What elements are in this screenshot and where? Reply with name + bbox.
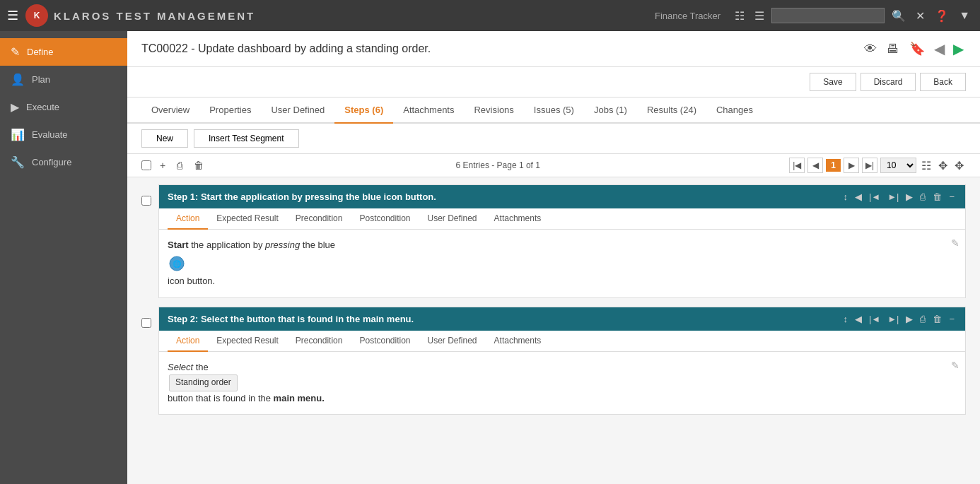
user-icon[interactable]: ▼ bbox=[956, 8, 973, 23]
grid-icon[interactable]: ☷ bbox=[732, 8, 747, 24]
navbar-right: Finance Tracker ☷ ☰ 🔍 ✕ ❓ ▼ bbox=[655, 8, 973, 24]
expand-view-icon[interactable]: ✥ bbox=[936, 158, 950, 173]
step-1-tab-action[interactable]: Action bbox=[168, 208, 208, 230]
logo-icon: K bbox=[25, 4, 48, 27]
step-2-tab-expected[interactable]: Expected Result bbox=[208, 331, 286, 352]
hamburger-menu-icon[interactable]: ☰ bbox=[7, 8, 18, 23]
tab-changes[interactable]: Changes bbox=[706, 98, 763, 124]
tabs-bar: Overview Properties User Defined Steps (… bbox=[127, 98, 980, 124]
prev-page-button[interactable]: ◀ bbox=[807, 158, 823, 173]
step-2-content: Select the Standing order button that is… bbox=[168, 360, 957, 406]
per-page-select[interactable]: 10 25 50 100 bbox=[880, 158, 916, 173]
grid-view-icon[interactable]: ☷ bbox=[919, 158, 933, 173]
sidebar: ✎ Define 👤 Plan ▶ Execute 📊 Evaluate 🔧 C… bbox=[0, 31, 127, 484]
clear-search-icon[interactable]: ✕ bbox=[913, 8, 928, 24]
tab-user-defined[interactable]: User Defined bbox=[261, 98, 334, 124]
step-2-prev-icon[interactable]: ◀ bbox=[853, 313, 864, 325]
first-page-button[interactable]: |◀ bbox=[789, 158, 805, 173]
copy-row-icon[interactable]: ⎙ bbox=[174, 158, 185, 172]
main-layout: ✎ Define 👤 Plan ▶ Execute 📊 Evaluate 🔧 C… bbox=[0, 31, 980, 484]
step-1-prev-icon[interactable]: ◀ bbox=[853, 191, 864, 203]
step-1-tab-expected[interactable]: Expected Result bbox=[208, 208, 286, 230]
step-1-first-icon[interactable]: |◄ bbox=[867, 191, 882, 203]
step-1-card: Step 1: Start the application by pressin… bbox=[158, 184, 966, 298]
content-area: TC00022 - Update dashboard by adding a s… bbox=[127, 31, 980, 484]
bookmark-icon[interactable]: 🔖 bbox=[906, 40, 928, 58]
step-2-next-icon[interactable]: ▶ bbox=[904, 313, 915, 325]
step-1-tab-user-defined[interactable]: User Defined bbox=[419, 208, 486, 230]
add-row-icon[interactable]: + bbox=[157, 158, 168, 172]
search-input[interactable] bbox=[771, 8, 885, 23]
new-step-button[interactable]: New bbox=[141, 129, 188, 148]
insert-test-segment-button[interactable]: Insert Test Segment bbox=[194, 129, 299, 148]
entries-info: 6 Entries - Page 1 of 1 bbox=[206, 160, 789, 170]
sidebar-item-configure[interactable]: 🔧 Configure bbox=[0, 148, 127, 176]
discard-button[interactable]: Discard bbox=[861, 73, 916, 91]
step-1-tab-attachments[interactable]: Attachments bbox=[486, 208, 550, 230]
step-2-tab-postcondition[interactable]: Postcondition bbox=[351, 331, 419, 352]
back-button[interactable]: Back bbox=[920, 73, 966, 91]
step-1-move-icon[interactable]: ↕ bbox=[841, 191, 850, 203]
current-page-badge: 1 bbox=[826, 159, 841, 172]
step-2-header-actions: ↕ ◀ |◄ ►| ▶ ⎙ 🗑 − bbox=[841, 313, 957, 325]
step-2-checkbox[interactable] bbox=[141, 318, 151, 328]
tab-attachments[interactable]: Attachments bbox=[393, 98, 464, 124]
step-2-row: Step 2: Select the button that is found … bbox=[141, 307, 966, 424]
step-1-edit-icon[interactable]: ✎ bbox=[951, 235, 959, 251]
save-button[interactable]: Save bbox=[810, 73, 856, 91]
step-2-move-icon[interactable]: ↕ bbox=[841, 313, 850, 325]
sidebar-item-label: Define bbox=[27, 47, 54, 57]
fullscreen-view-icon[interactable]: ✥ bbox=[952, 158, 966, 173]
step-1-last-icon[interactable]: ►| bbox=[885, 191, 901, 203]
step-1-delete-icon[interactable]: 🗑 bbox=[931, 191, 944, 203]
list-icon[interactable]: ☰ bbox=[752, 8, 767, 24]
help-icon[interactable]: ❓ bbox=[932, 8, 952, 24]
step-2-tabs: Action Expected Result Precondition Post… bbox=[159, 331, 965, 352]
search-icon[interactable]: 🔍 bbox=[889, 8, 909, 24]
step-1-next-icon[interactable]: ▶ bbox=[904, 191, 915, 203]
sidebar-item-execute[interactable]: ▶ Execute bbox=[0, 93, 127, 121]
eye-icon[interactable]: 👁 bbox=[861, 40, 880, 58]
step-2-delete-icon[interactable]: 🗑 bbox=[931, 313, 944, 325]
step-1-content: Start the application by pressing the bl… bbox=[168, 238, 957, 289]
tab-results[interactable]: Results (24) bbox=[637, 98, 706, 124]
tab-steps[interactable]: Steps (6) bbox=[334, 98, 393, 124]
step-2-copy-icon[interactable]: ⎙ bbox=[918, 313, 928, 325]
delete-row-icon[interactable]: 🗑 bbox=[191, 158, 206, 172]
next-page-button[interactable]: ▶ bbox=[844, 158, 859, 173]
sidebar-item-plan[interactable]: 👤 Plan bbox=[0, 66, 127, 93]
sidebar-item-evaluate[interactable]: 📊 Evaluate bbox=[0, 121, 127, 148]
step-2-body: ✎ Select the Standing order button that … bbox=[159, 352, 965, 415]
step-2-edit-icon[interactable]: ✎ bbox=[951, 358, 959, 373]
step-2-tab-action[interactable]: Action bbox=[168, 331, 208, 352]
step-2-first-icon[interactable]: |◄ bbox=[867, 313, 882, 325]
step-2-collapse-icon[interactable]: − bbox=[947, 313, 957, 325]
step-1-collapse-icon[interactable]: − bbox=[947, 191, 957, 203]
tab-jobs[interactable]: Jobs (1) bbox=[584, 98, 637, 124]
select-all-checkbox[interactable] bbox=[141, 160, 151, 170]
tab-issues[interactable]: Issues (5) bbox=[524, 98, 584, 124]
tab-properties[interactable]: Properties bbox=[199, 98, 261, 124]
step-2-tab-user-defined[interactable]: User Defined bbox=[419, 331, 486, 352]
step-2-last-icon[interactable]: ►| bbox=[885, 313, 901, 325]
next-nav-icon[interactable]: ▶ bbox=[951, 40, 966, 58]
step-1-tabs: Action Expected Result Precondition Post… bbox=[159, 208, 965, 230]
print-icon[interactable]: 🖶 bbox=[884, 40, 902, 58]
step-2-tab-attachments[interactable]: Attachments bbox=[486, 331, 550, 352]
sidebar-item-define[interactable]: ✎ Define bbox=[0, 38, 127, 66]
step-1-tab-postcondition[interactable]: Postcondition bbox=[351, 208, 419, 230]
step-1-header-actions: ↕ ◀ |◄ ►| ▶ ⎙ 🗑 − bbox=[841, 191, 957, 203]
step-1-tab-precondition[interactable]: Precondition bbox=[287, 208, 351, 230]
navbar: ☰ K KLAROS TEST MANAGEMENT Finance Track… bbox=[0, 0, 980, 31]
step-1-checkbox[interactable] bbox=[141, 196, 151, 206]
configure-icon: 🔧 bbox=[11, 155, 25, 169]
table-toolbar-left: + ⎙ 🗑 bbox=[141, 158, 206, 172]
tab-revisions[interactable]: Revisions bbox=[464, 98, 523, 124]
step-2-tab-precondition[interactable]: Precondition bbox=[287, 331, 351, 352]
prev-nav-icon[interactable]: ◀ bbox=[932, 40, 947, 58]
sidebar-item-label: Plan bbox=[32, 74, 50, 85]
step-2-tag: Standing order bbox=[169, 374, 238, 391]
tab-overview[interactable]: Overview bbox=[141, 98, 199, 124]
step-1-copy-icon[interactable]: ⎙ bbox=[918, 191, 928, 203]
last-page-button[interactable]: ▶| bbox=[862, 158, 877, 173]
